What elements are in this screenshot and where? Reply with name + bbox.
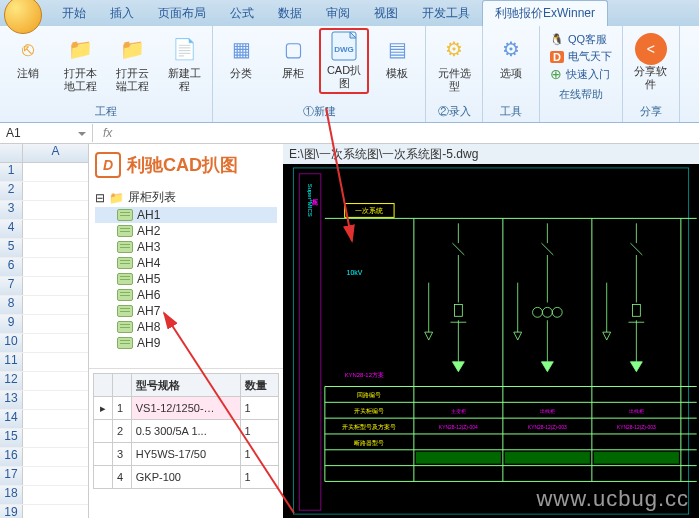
row-header[interactable]: 1 <box>0 163 23 181</box>
tree-node[interactable]: AH6 <box>95 287 277 303</box>
cell[interactable] <box>23 391 88 409</box>
row-header[interactable]: 13 <box>0 391 23 409</box>
category-button[interactable]: ▦分类 <box>217 30 265 83</box>
row-header[interactable]: 7 <box>0 277 23 295</box>
row-header[interactable]: 18 <box>0 486 23 504</box>
column-header[interactable]: 数量 <box>240 374 278 397</box>
cell[interactable] <box>23 353 88 371</box>
ribbon-tab[interactable]: 插入 <box>98 1 146 26</box>
template-button[interactable]: ▤模板 <box>373 30 421 83</box>
quick-start-icon: ⊕ <box>550 66 562 82</box>
cell[interactable] <box>23 277 88 295</box>
cell[interactable] <box>23 258 88 276</box>
table-row[interactable]: 3HY5WS-17/501 <box>94 443 279 466</box>
qq-support[interactable]: 🐧QQ客服 <box>550 32 612 47</box>
column-header[interactable]: 型号规格 <box>131 374 240 397</box>
row-header[interactable]: 9 <box>0 315 23 333</box>
row-header[interactable]: 14 <box>0 410 23 428</box>
ribbon-group-share: <分享软件 分享 <box>623 26 680 122</box>
group-label: 分享 <box>627 103 675 120</box>
svg-text:出线柜: 出线柜 <box>629 408 644 414</box>
svg-text:10kV: 10kV <box>347 269 363 276</box>
tree-node[interactable]: AH3 <box>95 239 277 255</box>
tree-node[interactable]: AH5 <box>95 271 277 287</box>
cell[interactable] <box>23 201 88 219</box>
cell[interactable] <box>23 448 88 466</box>
cell[interactable] <box>23 505 88 518</box>
ribbon-tab[interactable]: 利驰报价ExWinner <box>482 0 608 26</box>
open-cloud-project-button[interactable]: 📁打开云端工程 <box>108 30 156 96</box>
ribbon-tab[interactable]: 页面布局 <box>146 1 218 26</box>
share-button[interactable]: <分享软件 <box>627 30 675 94</box>
open-local-project-button[interactable]: 📁打开本地工程 <box>56 30 104 96</box>
cad-scrape-button[interactable]: DWGCAD扒图 <box>319 28 369 94</box>
quick-start[interactable]: ⊕快速入门 <box>550 66 612 82</box>
row-header[interactable]: 5 <box>0 239 23 257</box>
fx-icon[interactable]: fx <box>93 126 122 140</box>
column-header[interactable]: A <box>23 144 88 162</box>
tree-node[interactable]: AH2 <box>95 223 277 239</box>
panel-title: D 利驰CAD扒图 <box>89 144 283 186</box>
logout-button[interactable]: ⎋注销 <box>4 30 52 83</box>
component-select-button[interactable]: ⚙元件选型 <box>430 30 478 96</box>
spec-table[interactable]: 型号规格数量 ▸1VS1-12/1250-…120.5 300/5A 1...1… <box>89 369 283 493</box>
tree-node[interactable]: AH8 <box>95 319 277 335</box>
cell[interactable] <box>23 163 88 181</box>
tree-node[interactable]: AH4 <box>95 255 277 271</box>
tree-root[interactable]: ⊟ 📁 屏柜列表 <box>95 188 277 207</box>
table-row[interactable]: 4GKP-1001 <box>94 466 279 489</box>
tree-node[interactable]: AH7 <box>95 303 277 319</box>
row-header[interactable]: 6 <box>0 258 23 276</box>
minus-icon[interactable]: ⊟ <box>95 191 105 205</box>
cell[interactable] <box>23 182 88 200</box>
group-label: 工具 <box>487 103 535 120</box>
svg-point-27 <box>542 307 552 317</box>
row-header[interactable]: 11 <box>0 353 23 371</box>
table-row[interactable]: 20.5 300/5A 1...1 <box>94 420 279 443</box>
select-all-corner[interactable] <box>0 144 23 162</box>
cad-drawing[interactable]: Super*MICS高压柜一次系统10kV回路编号开关柜编号开关柜型号及方案号断… <box>283 164 699 518</box>
ribbon-tab[interactable]: 视图 <box>362 1 410 26</box>
dianqi-tianxia[interactable]: D电气天下 <box>550 49 612 64</box>
options-button[interactable]: ⚙选项 <box>487 30 535 83</box>
column-header[interactable] <box>113 374 132 397</box>
cell[interactable] <box>23 429 88 447</box>
row-header[interactable]: 8 <box>0 296 23 314</box>
name-box[interactable]: A1 <box>0 124 93 142</box>
tree-node[interactable]: AH1 <box>95 207 277 223</box>
row-header[interactable]: 12 <box>0 372 23 390</box>
cell[interactable] <box>23 372 88 390</box>
tree-node[interactable]: AH9 <box>95 335 277 351</box>
cad-viewport[interactable]: E:\图\一次系统图\一次系统图-5.dwg Super*MICS高压柜一次系统… <box>283 144 699 518</box>
column-header[interactable] <box>94 374 113 397</box>
svg-rect-66 <box>594 452 679 464</box>
cell[interactable] <box>23 220 88 238</box>
row-header[interactable]: 2 <box>0 182 23 200</box>
worksheet-grid[interactable]: A 12345678910111213141516171819 <box>0 144 89 518</box>
row-header[interactable]: 19 <box>0 505 23 518</box>
row-header[interactable]: 10 <box>0 334 23 352</box>
ribbon-tab[interactable]: 开发工具 <box>410 1 482 26</box>
ribbon-tab[interactable]: 公式 <box>218 1 266 26</box>
cell[interactable] <box>23 334 88 352</box>
row-header[interactable]: 16 <box>0 448 23 466</box>
cell[interactable] <box>23 239 88 257</box>
table-row[interactable]: ▸1VS1-12/1250-…1 <box>94 397 279 420</box>
row-header[interactable]: 15 <box>0 429 23 447</box>
ribbon-tab[interactable]: 数据 <box>266 1 314 26</box>
dianqi-tianxia-icon: D <box>550 51 564 63</box>
cell[interactable] <box>23 486 88 504</box>
cabinet-tree[interactable]: ⊟ 📁 屏柜列表 AH1AH2AH3AH4AH5AH6AH7AH8AH9 <box>89 186 283 369</box>
row-header[interactable]: 3 <box>0 201 23 219</box>
cell[interactable] <box>23 296 88 314</box>
cell[interactable] <box>23 410 88 428</box>
cell[interactable] <box>23 467 88 485</box>
new-project-button[interactable]: 📄新建工程 <box>160 30 208 96</box>
ribbon-tab[interactable]: 审阅 <box>314 1 362 26</box>
row-header[interactable]: 4 <box>0 220 23 238</box>
cell[interactable] <box>23 315 88 333</box>
cabinet-button[interactable]: ▢屏柜 <box>269 30 317 83</box>
group-label: 工程 <box>4 103 208 120</box>
row-header[interactable]: 17 <box>0 467 23 485</box>
ribbon-tab[interactable]: 开始 <box>50 1 98 26</box>
